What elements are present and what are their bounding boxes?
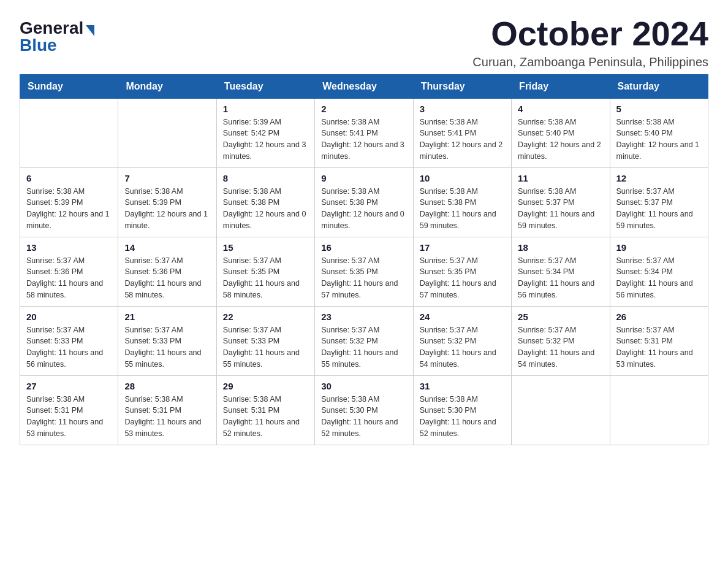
daylight-text: Daylight: 12 hours and 1 minute. (124, 209, 210, 232)
day-info: Sunrise: 5:37 AMSunset: 5:33 PMDaylight:… (124, 324, 210, 370)
day-number: 9 (321, 173, 406, 183)
daylight-text: Daylight: 11 hours and 53 minutes. (26, 416, 112, 440)
header-cell-monday: Monday (118, 74, 216, 98)
day-info: Sunrise: 5:37 AMSunset: 5:36 PMDaylight:… (26, 255, 112, 301)
day-number: 19 (616, 242, 702, 253)
day-info: Sunrise: 5:37 AMSunset: 5:35 PMDaylight:… (420, 255, 505, 301)
day-cell: 14Sunrise: 5:37 AMSunset: 5:36 PMDayligh… (118, 237, 216, 306)
daylight-text: Daylight: 11 hours and 59 minutes. (518, 209, 603, 232)
sunrise-text: Sunrise: 5:38 AM (26, 394, 112, 405)
day-number: 25 (518, 312, 603, 322)
sunrise-text: Sunrise: 5:38 AM (420, 186, 505, 197)
day-cell: 22Sunrise: 5:37 AMSunset: 5:33 PMDayligh… (216, 306, 314, 375)
day-info: Sunrise: 5:38 AMSunset: 5:39 PMDaylight:… (124, 186, 210, 232)
week-row-3: 13Sunrise: 5:37 AMSunset: 5:36 PMDayligh… (20, 237, 708, 306)
sunset-text: Sunset: 5:37 PM (616, 197, 702, 209)
calendar-header: SundayMondayTuesdayWednesdayThursdayFrid… (20, 74, 708, 98)
day-number: 21 (124, 312, 210, 322)
sunrise-text: Sunrise: 5:37 AM (321, 324, 406, 336)
day-info: Sunrise: 5:38 AMSunset: 5:40 PMDaylight:… (518, 117, 603, 163)
day-number: 18 (518, 242, 603, 253)
day-info: Sunrise: 5:38 AMSunset: 5:30 PMDaylight:… (420, 394, 505, 440)
sunrise-text: Sunrise: 5:37 AM (420, 324, 505, 336)
day-cell: 12Sunrise: 5:37 AMSunset: 5:37 PMDayligh… (610, 167, 708, 237)
daylight-text: Daylight: 11 hours and 58 minutes. (223, 278, 308, 301)
day-number: 12 (616, 173, 702, 183)
day-info: Sunrise: 5:38 AMSunset: 5:38 PMDaylight:… (321, 186, 406, 232)
day-info: Sunrise: 5:38 AMSunset: 5:31 PMDaylight:… (124, 394, 210, 440)
daylight-text: Daylight: 12 hours and 3 minutes. (321, 139, 406, 163)
sunrise-text: Sunrise: 5:37 AM (518, 324, 603, 336)
sunrise-text: Sunrise: 5:38 AM (321, 117, 406, 128)
day-number: 27 (26, 381, 112, 391)
daylight-text: Daylight: 12 hours and 1 minute. (616, 139, 702, 163)
sunset-text: Sunset: 5:42 PM (223, 128, 308, 139)
day-number: 24 (420, 312, 505, 322)
sunrise-text: Sunrise: 5:37 AM (518, 255, 603, 267)
sunset-text: Sunset: 5:40 PM (616, 128, 702, 139)
day-number: 16 (321, 242, 406, 253)
sunrise-text: Sunrise: 5:37 AM (616, 324, 702, 336)
header-cell-thursday: Thursday (413, 74, 511, 98)
day-number: 15 (223, 242, 308, 253)
day-cell: 21Sunrise: 5:37 AMSunset: 5:33 PMDayligh… (118, 306, 216, 375)
day-number: 10 (420, 173, 505, 183)
daylight-text: Daylight: 11 hours and 56 minutes. (616, 278, 702, 301)
day-cell: 23Sunrise: 5:37 AMSunset: 5:32 PMDayligh… (315, 306, 413, 375)
sunset-text: Sunset: 5:39 PM (124, 197, 210, 209)
day-info: Sunrise: 5:38 AMSunset: 5:39 PMDaylight:… (26, 186, 112, 232)
day-info: Sunrise: 5:38 AMSunset: 5:38 PMDaylight:… (223, 186, 308, 232)
page-header: General Blue October 2024 Curuan, Zamboa… (20, 15, 708, 69)
sunset-text: Sunset: 5:31 PM (124, 405, 210, 416)
daylight-text: Daylight: 11 hours and 54 minutes. (420, 347, 505, 370)
day-info: Sunrise: 5:37 AMSunset: 5:33 PMDaylight:… (223, 324, 308, 370)
day-number: 17 (420, 242, 505, 253)
day-cell: 6Sunrise: 5:38 AMSunset: 5:39 PMDaylight… (20, 167, 118, 237)
day-cell: 5Sunrise: 5:38 AMSunset: 5:40 PMDaylight… (610, 98, 708, 167)
sunrise-text: Sunrise: 5:37 AM (124, 324, 210, 336)
day-info: Sunrise: 5:37 AMSunset: 5:32 PMDaylight:… (518, 324, 603, 370)
sunset-text: Sunset: 5:34 PM (518, 266, 603, 278)
sunset-text: Sunset: 5:32 PM (518, 335, 603, 347)
day-number: 8 (223, 173, 308, 183)
day-number: 3 (420, 104, 505, 114)
week-row-4: 20Sunrise: 5:37 AMSunset: 5:33 PMDayligh… (20, 306, 708, 375)
sunrise-text: Sunrise: 5:37 AM (420, 255, 505, 267)
day-info: Sunrise: 5:37 AMSunset: 5:34 PMDaylight:… (518, 255, 603, 301)
sunset-text: Sunset: 5:31 PM (616, 335, 702, 347)
day-cell: 8Sunrise: 5:38 AMSunset: 5:38 PMDaylight… (216, 167, 314, 237)
day-info: Sunrise: 5:37 AMSunset: 5:31 PMDaylight:… (616, 324, 702, 370)
day-info: Sunrise: 5:37 AMSunset: 5:32 PMDaylight:… (420, 324, 505, 370)
day-number: 22 (223, 312, 308, 322)
day-cell: 20Sunrise: 5:37 AMSunset: 5:33 PMDayligh… (20, 306, 118, 375)
sunset-text: Sunset: 5:34 PM (616, 266, 702, 278)
day-number: 2 (321, 104, 406, 114)
sunset-text: Sunset: 5:38 PM (420, 197, 505, 209)
daylight-text: Daylight: 11 hours and 59 minutes. (616, 209, 702, 232)
day-cell: 13Sunrise: 5:37 AMSunset: 5:36 PMDayligh… (20, 237, 118, 306)
daylight-text: Daylight: 11 hours and 55 minutes. (223, 347, 308, 370)
sunrise-text: Sunrise: 5:37 AM (616, 255, 702, 267)
sunrise-text: Sunrise: 5:38 AM (518, 186, 603, 197)
day-number: 1 (223, 104, 308, 114)
day-number: 6 (26, 173, 112, 183)
day-cell: 16Sunrise: 5:37 AMSunset: 5:35 PMDayligh… (315, 237, 413, 306)
day-number: 4 (518, 104, 603, 114)
logo-general-label: General (20, 20, 83, 37)
daylight-text: Daylight: 12 hours and 2 minutes. (420, 139, 505, 163)
sunrise-text: Sunrise: 5:37 AM (223, 255, 308, 267)
day-cell: 1Sunrise: 5:39 AMSunset: 5:42 PMDaylight… (216, 98, 314, 167)
day-info: Sunrise: 5:38 AMSunset: 5:31 PMDaylight:… (223, 394, 308, 440)
logo-blue-label: Blue (20, 36, 57, 55)
daylight-text: Daylight: 12 hours and 1 minute. (26, 209, 112, 232)
sunrise-text: Sunrise: 5:38 AM (321, 394, 406, 405)
sunrise-text: Sunrise: 5:38 AM (223, 394, 308, 405)
daylight-text: Daylight: 11 hours and 57 minutes. (420, 278, 505, 301)
sunrise-text: Sunrise: 5:38 AM (616, 117, 702, 128)
day-cell (20, 98, 118, 167)
location-title: Curuan, Zamboanga Peninsula, Philippines (472, 55, 708, 69)
day-number: 31 (420, 381, 505, 391)
day-number: 5 (616, 104, 702, 114)
sunset-text: Sunset: 5:31 PM (223, 405, 308, 416)
week-row-2: 6Sunrise: 5:38 AMSunset: 5:39 PMDaylight… (20, 167, 708, 237)
